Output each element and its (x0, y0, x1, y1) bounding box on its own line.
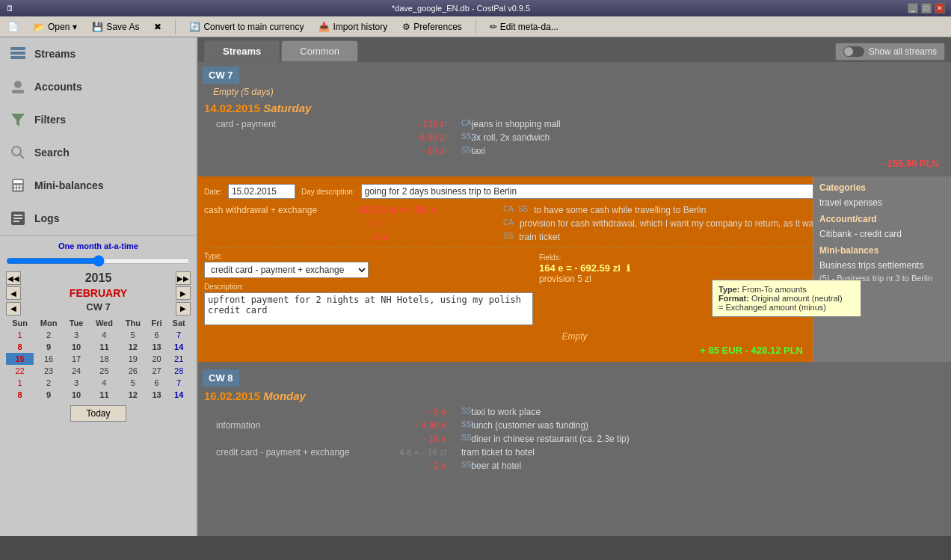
prev-month-button[interactable]: ◀ (6, 286, 21, 300)
cal-day[interactable]: 5 (120, 329, 147, 341)
tx-provision-5-tag: CA (503, 218, 514, 227)
prev-cw-button[interactable]: ◀ (6, 302, 21, 316)
day-14-total: - 155.90 PLN (204, 158, 945, 172)
sidebar-item-mini-balances-label: Mini-balances (34, 179, 104, 191)
hl-desc-input[interactable] (361, 184, 878, 199)
cal-day[interactable]: 18 (89, 353, 120, 365)
sidebar-item-mini-balances[interactable]: Mini-balances (0, 169, 197, 202)
cal-day[interactable]: 10 (64, 389, 89, 401)
cal-header-fri: Fri (147, 317, 167, 329)
show-all-streams-toggle[interactable]: Show all streams (835, 43, 945, 61)
convert-currency-button[interactable]: 🔄 Convert to main currency (185, 20, 308, 34)
edit-meta-button[interactable]: ✏ Edit meta-da... (485, 20, 563, 34)
cal-day[interactable]: 10 (64, 341, 89, 353)
cal-day[interactable]: 1 (6, 377, 34, 389)
svg-rect-4 (12, 90, 24, 93)
toggle-switch[interactable] (843, 46, 864, 57)
tab-streams[interactable]: Streams (204, 40, 280, 62)
cal-day[interactable]: 26 (120, 365, 147, 377)
cal-day[interactable]: 23 (34, 365, 64, 377)
cal-day[interactable]: 4 (89, 377, 120, 389)
save-as-button[interactable]: 💾 Save As (87, 20, 144, 34)
cal-day[interactable]: 27 (147, 365, 167, 377)
cal-day[interactable]: 11 (89, 341, 120, 353)
cal-day[interactable]: 16 (34, 353, 64, 365)
minimize-button[interactable]: _ (908, 3, 918, 13)
info-icon[interactable]: ℹ (627, 263, 630, 274)
preferences-button[interactable]: ⚙ Preferences (398, 20, 467, 34)
cal-day[interactable]: 13 (147, 341, 167, 353)
tab-common[interactable]: Common (281, 40, 358, 62)
cal-day[interactable]: 14 (167, 341, 191, 353)
cal-day[interactable]: 19 (120, 353, 147, 365)
tx-taxi-16: - 8 e SS taxi to work place (204, 405, 945, 419)
svg-rect-1 (10, 52, 25, 55)
cal-day[interactable]: 15 (6, 353, 34, 365)
close-file-button[interactable]: ✖ (150, 20, 166, 34)
cal-day[interactable]: 7 (167, 377, 191, 389)
cal-day[interactable]: 7 (167, 329, 191, 341)
cal-day[interactable]: 8 (6, 389, 34, 401)
sidebar-item-search[interactable]: Search (0, 136, 197, 169)
maximize-button[interactable]: □ (921, 3, 932, 13)
account-card-item: Citibank - credit card (819, 229, 945, 239)
cal-day[interactable]: 5 (120, 377, 147, 389)
type-select[interactable]: credit card - payment + exchange cash wi… (204, 262, 369, 278)
cal-day[interactable]: 22 (6, 365, 34, 377)
tx-cw-amount: - 423.12 zl » + 100 e (354, 205, 503, 215)
tx-provision-5-amount: - 5 zl (354, 218, 503, 229)
open-button[interactable]: 📂 Open ▾ (29, 20, 81, 34)
cal-day[interactable]: 12 (120, 389, 147, 401)
scroll-content[interactable]: CW 7 Empty (5 days) 14.02.2015 Saturday … (198, 62, 951, 536)
cal-day[interactable]: 13 (147, 389, 167, 401)
cal-day[interactable]: 20 (147, 353, 167, 365)
cal-header-mon: Mon (34, 317, 64, 329)
svg-point-15 (20, 188, 22, 191)
close-button[interactable]: ✕ (935, 3, 945, 13)
window-title: *dave_google_EN.db - CostPal v0.9.5 (14, 4, 908, 13)
import-history-button[interactable]: 📥 Import history (314, 20, 392, 34)
cal-day[interactable]: 2 (34, 377, 64, 389)
cal-day[interactable]: 4 (89, 329, 120, 341)
next-year-button[interactable]: ▶▶ (176, 271, 191, 285)
tx-diner-amount: - 16 e (354, 434, 458, 444)
open-icon: 📂 (34, 22, 45, 32)
svg-point-3 (14, 81, 22, 88)
sidebar-item-accounts[interactable]: Accounts (0, 70, 197, 103)
hl-date-input[interactable] (228, 184, 295, 199)
cal-day[interactable]: 3 (64, 377, 89, 389)
cal-day[interactable]: 21 (167, 353, 191, 365)
cw7-header-wrapper: CW 7 (198, 62, 951, 87)
tooltip-type-value: From-To amounts (742, 285, 807, 294)
cal-day[interactable]: 8 (6, 341, 34, 353)
cal-day[interactable]: 25 (89, 365, 120, 377)
new-button[interactable]: 📄 (3, 20, 23, 34)
today-button[interactable]: Today (70, 405, 126, 422)
cal-day[interactable]: 17 (64, 353, 89, 365)
next-month-button[interactable]: ▶ (176, 286, 191, 300)
sidebar-item-streams[interactable]: Streams (0, 37, 197, 70)
cal-day[interactable]: 2 (34, 329, 64, 341)
sidebar-item-logs[interactable]: Logs (0, 202, 197, 235)
cal-day[interactable]: 14 (167, 389, 191, 401)
cal-day[interactable]: 11 (89, 389, 120, 401)
calendar-slider[interactable] (6, 255, 191, 267)
fields-label: Fields: (539, 253, 561, 262)
cal-day[interactable]: 6 (147, 377, 167, 389)
day-16-02-2015: 16.02.2015 Monday - 8 e SS taxi to work … (198, 390, 951, 477)
sidebar-item-filters[interactable]: Filters (0, 103, 197, 136)
tx-cw-note: to have some cash while travelling to Be… (534, 205, 706, 215)
cal-day[interactable]: 12 (120, 341, 147, 353)
categories-item: travel expenses (819, 197, 945, 208)
cal-day[interactable]: 6 (147, 329, 167, 341)
cal-day[interactable]: 9 (34, 389, 64, 401)
cal-day[interactable]: 28 (167, 365, 191, 377)
cal-day[interactable]: 1 (6, 329, 34, 341)
tooltip-type-label: Type: (718, 285, 742, 294)
cal-day[interactable]: 24 (64, 365, 89, 377)
next-cw-button[interactable]: ▶ (176, 302, 191, 316)
cal-day[interactable]: 9 (34, 341, 64, 353)
desc-textarea[interactable]: upfront payment for 2 nights at NH Hotel… (204, 292, 533, 325)
cal-day[interactable]: 3 (64, 329, 89, 341)
prev-year-button[interactable]: ◀◀ (6, 271, 21, 285)
